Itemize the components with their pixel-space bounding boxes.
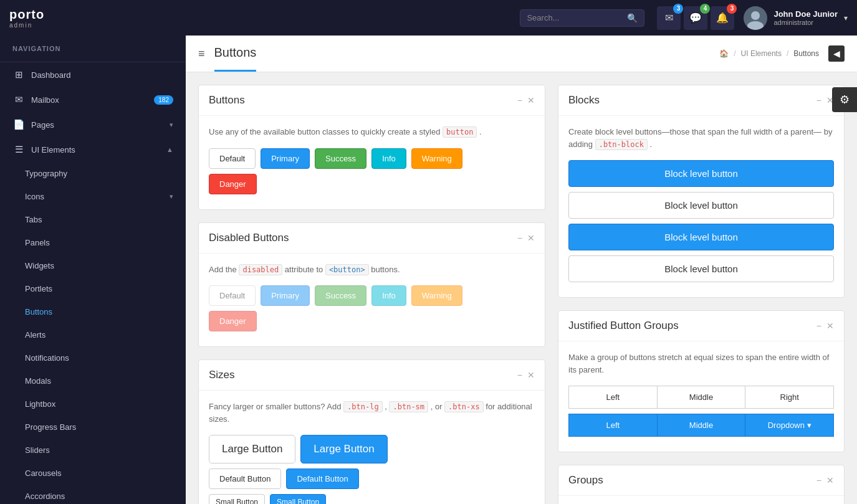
hamburger-button[interactable]: ≡: [198, 47, 205, 60]
close-icon[interactable]: ✕: [527, 95, 535, 105]
breadcrumb-ui-elements[interactable]: UI Elements: [741, 49, 782, 58]
sidebar-toggle-right-button[interactable]: ◀: [828, 45, 845, 62]
justified-card-controls: − ✕: [816, 321, 834, 331]
page-title-wrap: ≡ Buttons: [198, 36, 256, 72]
collapse-icon[interactable]: −: [517, 95, 522, 105]
justified-card-header: Justified Button Groups − ✕: [558, 311, 844, 341]
default-size-button[interactable]: Default Button: [209, 468, 281, 489]
sidebar-item-progress-bars[interactable]: Progress Bars: [0, 416, 186, 439]
block-primary-button-2[interactable]: Block level button: [568, 224, 834, 250]
success-button[interactable]: Success: [315, 148, 366, 169]
chat-badge: 4: [700, 4, 710, 14]
justified-card-body: Make a group of buttons stretch at equal…: [558, 341, 844, 452]
svg-point-1: [751, 11, 760, 20]
close-icon[interactable]: ✕: [527, 233, 535, 243]
collapse-icon[interactable]: −: [517, 370, 522, 380]
warning-button[interactable]: Warning: [411, 148, 462, 169]
disabled-card-desc: Add the disabled attribute to <button> b…: [209, 264, 535, 276]
size-md-row: Default Button Default Button: [209, 468, 535, 489]
disabled-success-button: Success: [315, 285, 366, 306]
small-primary-button[interactable]: Small Button: [270, 494, 326, 504]
settings-fab[interactable]: ⚙: [832, 87, 857, 112]
sidebar-label-panels: Panels: [25, 238, 173, 247]
sizes-card-body: Fancy larger or smaller buttons? Add .bt…: [199, 391, 545, 504]
justified-card-title: Justified Button Groups: [568, 320, 679, 332]
sidebar-item-panels[interactable]: Panels: [0, 231, 186, 254]
collapse-icon[interactable]: −: [816, 95, 821, 105]
justified-middle-2[interactable]: Middle: [658, 414, 746, 437]
sidebar-item-sliders[interactable]: Sliders: [0, 439, 186, 462]
breadcrumb: 🏠 / UI Elements / Buttons: [719, 49, 819, 58]
sidebar-item-icons[interactable]: Icons ▾: [0, 185, 186, 208]
sidebar-item-accordions[interactable]: Accordions: [0, 485, 186, 504]
sidebar-item-alerts[interactable]: Alerts: [0, 323, 186, 346]
sidebar-label-ui-elements: UI Elements: [31, 145, 160, 155]
sidebar-item-mailbox[interactable]: ✉ Mailbox 182: [0, 87, 186, 112]
sidebar-item-widgets[interactable]: Widgets: [0, 254, 186, 277]
icons-chevron-icon: ▾: [170, 193, 173, 201]
primary-size-button[interactable]: Default Button: [286, 468, 358, 489]
large-default-button[interactable]: Large Button: [209, 435, 295, 464]
search-input[interactable]: [527, 13, 627, 22]
sidebar-label-tabs: Tabs: [25, 215, 173, 224]
sidebar-item-lightbox[interactable]: Lightbox: [0, 392, 186, 416]
pages-chevron-icon: ▾: [170, 121, 173, 129]
justified-middle-1[interactable]: Middle: [658, 386, 746, 409]
size-lg-row: Large Button Large Button: [209, 435, 535, 464]
sidebar-label-mailbox: Mailbox: [31, 95, 148, 105]
groups-card-body: Wrap a series of buttons with .btn in .b…: [558, 496, 844, 504]
sidebar-nav-title: Navigation: [0, 36, 186, 62]
justified-left-1[interactable]: Left: [568, 386, 658, 409]
ui-elements-icon: ☰: [12, 144, 25, 155]
sidebar-item-tabs[interactable]: Tabs: [0, 208, 186, 231]
sizes-card-controls: − ✕: [517, 370, 535, 380]
close-icon[interactable]: ✕: [826, 321, 834, 331]
sidebar-item-typography[interactable]: Typography: [0, 162, 186, 185]
buttons-row2: Danger: [209, 174, 535, 194]
breadcrumb-current: Buttons: [793, 49, 819, 58]
collapse-icon[interactable]: −: [816, 321, 821, 331]
danger-button[interactable]: Danger: [209, 174, 257, 194]
sizes-card-title: Sizes: [209, 369, 235, 381]
close-icon[interactable]: ✕: [826, 475, 834, 485]
breadcrumb-home[interactable]: 🏠: [719, 49, 729, 58]
mail-icon-button[interactable]: ✉ 3: [657, 6, 681, 30]
brand-name: porto: [9, 7, 44, 22]
small-default-button[interactable]: Small Button: [209, 494, 265, 504]
sidebar-item-modals[interactable]: Modals: [0, 369, 186, 392]
justified-dropdown-2[interactable]: Dropdown ▾: [745, 414, 834, 437]
close-icon[interactable]: ✕: [527, 370, 535, 380]
block-default-button-2[interactable]: Block level button: [568, 255, 834, 282]
chat-icon-button[interactable]: 💬 4: [684, 6, 707, 30]
groups-card-controls: − ✕: [816, 475, 834, 485]
justified-card-desc: Make a group of buttons stretch at equal…: [568, 351, 834, 376]
block-primary-button-1[interactable]: Block level button: [568, 160, 834, 187]
sidebar-item-dashboard[interactable]: ⊞ Dashboard: [0, 62, 186, 87]
primary-button[interactable]: Primary: [261, 148, 310, 169]
user-menu[interactable]: John Doe Junior administrator ▾: [744, 6, 848, 30]
blocks-card-body: Create block level buttons—those that sp…: [558, 116, 844, 297]
default-button[interactable]: Default: [209, 148, 256, 169]
block-default-button-1[interactable]: Block level button: [568, 192, 834, 219]
groups-card: Groups − ✕ Wrap a series of buttons with…: [558, 465, 845, 504]
justified-right-1[interactable]: Right: [745, 386, 834, 409]
sidebar-item-ui-elements[interactable]: ☰ UI Elements ▲: [0, 137, 186, 162]
buttons-card: Buttons − ✕ Use any of the available but…: [198, 85, 545, 210]
collapse-icon[interactable]: −: [816, 475, 821, 485]
large-primary-button[interactable]: Large Button: [300, 435, 387, 464]
sidebar-item-pages[interactable]: 📄 Pages ▾: [0, 112, 186, 137]
sizes-card: Sizes − ✕ Fancy larger or smaller button…: [198, 359, 545, 504]
bell-icon-button[interactable]: 🔔 3: [711, 6, 734, 30]
sidebar-item-notifications[interactable]: Notifications: [0, 346, 186, 369]
sidebar-item-buttons[interactable]: Buttons: [0, 300, 186, 323]
sidebar-label-notifications: Notifications: [25, 353, 173, 363]
blocks-card: Blocks − ✕ Create block level buttons—th…: [558, 85, 845, 298]
info-button[interactable]: Info: [371, 148, 406, 169]
collapse-icon[interactable]: −: [517, 233, 522, 243]
sidebar-item-portlets[interactable]: Portlets: [0, 277, 186, 300]
justified-left-2[interactable]: Left: [568, 414, 658, 437]
search-box[interactable]: 🔍: [520, 9, 644, 27]
disabled-info-button: Info: [371, 285, 406, 306]
sidebar-item-carousels[interactable]: Carousels: [0, 462, 186, 485]
disabled-card-body: Add the disabled attribute to <button> b…: [199, 254, 545, 347]
